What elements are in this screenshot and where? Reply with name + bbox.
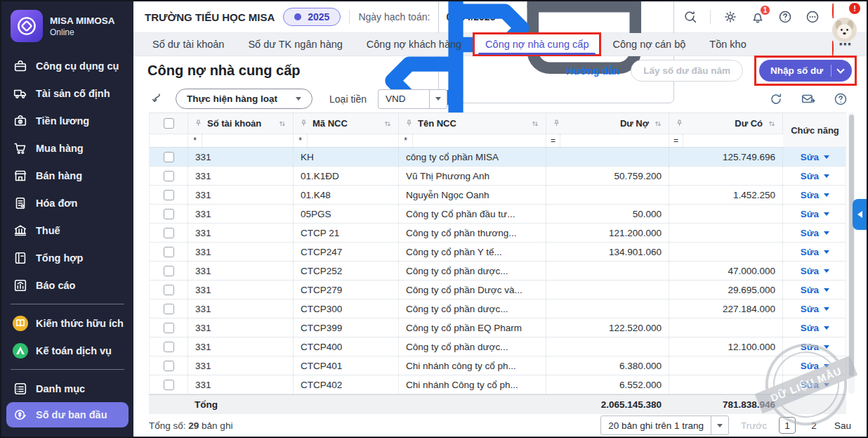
- help-icon[interactable]: [777, 9, 793, 25]
- search-icon[interactable]: [683, 9, 698, 25]
- tab-cong-no-nha-cung-cap[interactable]: Công nợ nhà cung cấp: [473, 33, 600, 56]
- page-size-select[interactable]: 20 bản ghi trên 1 trang: [600, 416, 729, 435]
- get-opening-balance-button[interactable]: Lấy số dư đầu năm: [631, 60, 743, 82]
- table-row[interactable]: 331 CTCP252 Công ty cổ phần dược... 47.0…: [149, 262, 846, 281]
- currency-select[interactable]: VND: [378, 89, 447, 109]
- pin-icon[interactable]: [299, 119, 308, 128]
- edit-action[interactable]: Sửa: [801, 190, 829, 200]
- page-number-2[interactable]: 2: [805, 417, 822, 434]
- column-header[interactable]: Số tài khoản: [207, 118, 261, 129]
- sidebar-item-tai-san-co-dinh[interactable]: Tài sản cố định: [1, 79, 133, 107]
- sidebar-item-ccdc-ban-dau[interactable]: CCDC ban đầu: [1, 427, 133, 438]
- more-icon[interactable]: [805, 9, 820, 25]
- row-checkbox[interactable]: [164, 247, 174, 257]
- edit-action[interactable]: Sửa: [801, 266, 829, 276]
- edit-action[interactable]: Sửa: [801, 228, 829, 238]
- row-checkbox[interactable]: [164, 323, 174, 333]
- collapse-panel-flag[interactable]: [853, 199, 867, 230]
- sidebar-item-tien-luong[interactable]: Tiền lương: [1, 107, 133, 134]
- sort-icon[interactable]: [277, 119, 287, 129]
- pin-icon[interactable]: [675, 119, 684, 128]
- sidebar-item-ke-toan-dich-vu[interactable]: Kế toán dịch vụ: [1, 337, 133, 364]
- pin-icon[interactable]: [405, 119, 414, 128]
- column-header[interactable]: Tên NCC: [418, 118, 456, 129]
- tab-so-du-tk-ngan-hang[interactable]: Số dư TK ngân hàng: [236, 33, 354, 56]
- filter-input[interactable]: [560, 134, 669, 147]
- row-checkbox[interactable]: [164, 361, 174, 371]
- page-number-1[interactable]: 1: [779, 417, 796, 434]
- dropdown-button[interactable]: [711, 416, 728, 434]
- edit-action[interactable]: Sửa: [801, 342, 829, 352]
- mail-send-icon[interactable]: [801, 91, 816, 107]
- filter-input[interactable]: [683, 134, 783, 147]
- table-row[interactable]: 331 01.K1ĐD Vũ Thị Phương Anh 50.759.200…: [149, 167, 846, 186]
- edit-action[interactable]: Sửa: [801, 380, 829, 390]
- sidebar-item-tong-hop[interactable]: Tổng hợp: [1, 244, 133, 271]
- edit-action[interactable]: Sửa: [801, 304, 829, 314]
- pin-icon[interactable]: [194, 119, 203, 128]
- prev-page-button[interactable]: Trước: [741, 420, 767, 431]
- scrollbar-thumb[interactable]: [849, 115, 854, 376]
- edit-action[interactable]: Sửa: [801, 361, 829, 371]
- sidebar-item-hoa-don[interactable]: Hóa đơn: [1, 189, 133, 217]
- enter-balance-button[interactable]: Nhập số dư: [759, 60, 852, 82]
- batch-action-dropdown[interactable]: Thực hiện hàng loạt: [176, 89, 313, 109]
- table-row[interactable]: 331 CTCP400 Công ty cổ phần dược... 12.1…: [149, 337, 846, 356]
- row-checkbox[interactable]: [164, 380, 174, 390]
- row-checkbox[interactable]: [164, 190, 174, 200]
- sidebar-item-kien-thuc-huu-ich[interactable]: Kiến thức hữu ích: [1, 309, 133, 337]
- column-header[interactable]: Dư Có: [735, 118, 763, 129]
- table-row[interactable]: 331 CTCP247 Công ty cổ phần Y tế... 134.…: [149, 243, 846, 262]
- table-row[interactable]: 331 KH công ty cổ phần MISA 125.749.696 …: [149, 148, 846, 167]
- table-row[interactable]: 331 05PGS Công ty Cổ phần đầu tư... 50.0…: [149, 205, 846, 224]
- tabs-overflow[interactable]: ⋯: [824, 33, 867, 56]
- select-all-checkbox[interactable]: [164, 118, 174, 129]
- edit-action[interactable]: Sửa: [801, 285, 829, 295]
- edit-action[interactable]: Sửa: [801, 323, 829, 333]
- sidebar-item-bao-cao[interactable]: Báo cáo: [1, 271, 133, 299]
- column-header[interactable]: Dư Nợ: [620, 118, 649, 129]
- sidebar-item-mua-hang[interactable]: Mua hàng: [1, 134, 133, 162]
- vertical-scrollbar[interactable]: [848, 112, 855, 394]
- row-checkbox[interactable]: [164, 209, 174, 219]
- row-checkbox[interactable]: [164, 152, 174, 162]
- table-row[interactable]: 331 CTCP 21 Công ty cổ phần thương... 12…: [149, 224, 846, 243]
- tab-cong-no-khach-hang[interactable]: Công nợ khách hàng: [355, 33, 473, 56]
- sort-icon[interactable]: [383, 119, 393, 129]
- column-header[interactable]: Mã NCC: [313, 118, 348, 129]
- user-avatar[interactable]: !: [832, 5, 857, 30]
- sidebar-item-cong-cu-dung-cu[interactable]: Công cụ dụng cụ: [1, 52, 133, 79]
- table-row[interactable]: 331 01.K48 Nguyễn Ngọc Oanh 1.452.250 Sử…: [149, 186, 846, 205]
- next-page-button[interactable]: Sau: [834, 420, 851, 431]
- filter-input[interactable]: [413, 134, 546, 147]
- edit-action[interactable]: Sửa: [801, 247, 829, 257]
- table-row[interactable]: 331 CTCP300 Công ty cổ phần dược... 227.…: [149, 299, 846, 318]
- filter-input[interactable]: [308, 134, 398, 147]
- sidebar-item-so-du-ban-dau[interactable]: Số dư ban đầu: [6, 402, 129, 427]
- row-checkbox[interactable]: [164, 342, 174, 352]
- fiscal-year-badge[interactable]: 2025: [283, 8, 341, 26]
- sidebar-item-thue[interactable]: Thuế: [1, 217, 133, 244]
- edit-action[interactable]: Sửa: [801, 209, 829, 219]
- bell-icon[interactable]: 1: [750, 9, 765, 25]
- table-row[interactable]: 331 CTCP399 Công ty cổ phần EQ Pharm 122…: [149, 318, 846, 337]
- sort-icon[interactable]: [653, 119, 663, 129]
- row-checkbox[interactable]: [164, 285, 174, 295]
- sidebar-item-danh-muc[interactable]: Danh mục: [1, 375, 133, 402]
- sort-icon[interactable]: [530, 119, 540, 129]
- table-row[interactable]: 331 CTCP402 Chi nhánh Công ty cổ ph... 6…: [149, 375, 846, 394]
- tab-ton-kho[interactable]: Tồn kho: [697, 33, 758, 56]
- row-checkbox[interactable]: [164, 171, 174, 181]
- tab-cong-no-can-bo[interactable]: Công nợ cán bộ: [600, 33, 697, 56]
- dropdown-button[interactable]: [429, 90, 447, 108]
- help-circle-icon[interactable]: [833, 91, 848, 107]
- sort-icon[interactable]: [767, 119, 777, 129]
- tab-so-du-tai-khoan[interactable]: Số dư tài khoản: [140, 33, 236, 56]
- row-checkbox[interactable]: [164, 266, 174, 276]
- edit-action[interactable]: Sửa: [801, 152, 829, 162]
- filter-input[interactable]: [202, 134, 293, 147]
- refresh-icon[interactable]: [768, 91, 784, 107]
- jump-to-bottom-icon[interactable]: [149, 91, 164, 107]
- pin-icon[interactable]: [552, 119, 561, 128]
- sidebar-item-ban-hang[interactable]: Bán hàng: [1, 162, 133, 189]
